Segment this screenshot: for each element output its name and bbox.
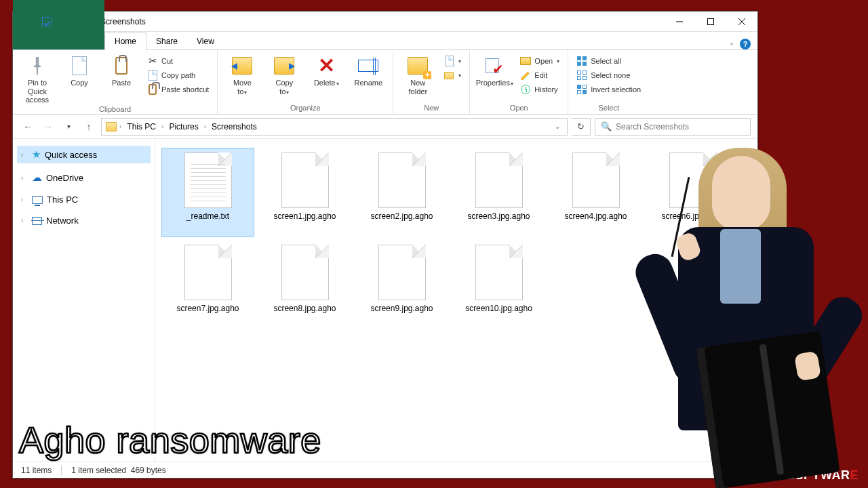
file-grid[interactable]: _readme.txtscreen1.jpg.aghoscreen2.jpg.a… bbox=[155, 139, 757, 462]
window-title: Screenshots bbox=[100, 17, 146, 26]
tab-share[interactable]: Share bbox=[146, 33, 187, 49]
minimize-button[interactable] bbox=[664, 12, 695, 32]
file-item[interactable]: screen4.jpg.agho bbox=[550, 148, 642, 237]
edit-icon bbox=[520, 70, 531, 81]
file-item[interactable]: screen6.jpg.agho bbox=[647, 148, 738, 237]
breadcrumb-screenshots[interactable]: Screenshots bbox=[209, 121, 260, 133]
back-button[interactable]: ← bbox=[20, 119, 36, 135]
search-input[interactable]: 🔍 Search Screenshots bbox=[595, 118, 751, 136]
open-button[interactable]: Open▾ bbox=[517, 54, 562, 68]
watermark: 2SPYWARE bbox=[788, 468, 859, 483]
group-clipboard: Pin to Quick access Copy Paste ✂Cut Copy… bbox=[13, 50, 218, 114]
file-thumb-icon bbox=[669, 152, 717, 208]
address-row: ← → ▾ ↑ › This PC › Pictures › Screensho… bbox=[13, 115, 757, 139]
file-item[interactable]: screen3.jpg.agho bbox=[453, 148, 545, 237]
file-thumb-icon bbox=[184, 245, 232, 300]
folder-icon bbox=[106, 122, 117, 131]
copy-to-button[interactable]: Copy to▾ bbox=[265, 53, 303, 96]
copy-button[interactable]: Copy bbox=[60, 53, 98, 87]
address-dropdown[interactable]: ⌄ bbox=[552, 123, 563, 130]
file-item[interactable]: screen7.jpg.agho bbox=[162, 241, 254, 329]
history-button[interactable]: History bbox=[517, 83, 562, 96]
breadcrumb-pictures[interactable]: Pictures bbox=[166, 121, 201, 133]
clipboard-icon bbox=[115, 57, 127, 75]
file-name: screen1.jpg.agho bbox=[273, 211, 336, 221]
file-name: screen9.jpg.agho bbox=[370, 304, 433, 313]
cloud-icon: ☁ bbox=[32, 171, 42, 184]
ribbon-tabs: File Home Share View ⌃ ? bbox=[13, 32, 757, 49]
delete-button[interactable]: ✕ Delete▾ bbox=[307, 53, 345, 87]
qat-checkbox-icon[interactable] bbox=[42, 17, 52, 26]
group-organize: Move to▾ Copy to▾ ✕ Delete▾ Rename Organ… bbox=[218, 50, 393, 114]
tab-view[interactable]: View bbox=[187, 33, 224, 49]
address-bar[interactable]: › This PC › Pictures › Screenshots ⌄ bbox=[101, 118, 568, 136]
help-icon[interactable]: ? bbox=[740, 39, 751, 49]
group-new: ✦ New folder ▾ ▾ New bbox=[393, 50, 470, 114]
status-selection: 1 item selected 469 bytes bbox=[71, 466, 165, 475]
file-thumb-icon bbox=[475, 245, 523, 300]
paste-button[interactable]: Paste bbox=[102, 53, 140, 87]
explorer-window: = Screenshots File Home Share View ⌃ ? P… bbox=[12, 11, 758, 479]
delete-icon: ✕ bbox=[318, 56, 335, 76]
pin-to-quick-access-button[interactable]: Pin to Quick access bbox=[18, 53, 56, 104]
forward-button[interactable]: → bbox=[40, 119, 56, 135]
edit-button[interactable]: Edit bbox=[517, 68, 562, 82]
recent-locations-button[interactable]: ▾ bbox=[60, 119, 77, 135]
file-item[interactable]: screen2.jpg.agho bbox=[356, 148, 448, 237]
file-item[interactable]: screen9.jpg.agho bbox=[356, 241, 448, 329]
file-item[interactable]: screen10.jpg.agho bbox=[453, 241, 545, 329]
scissors-icon: ✂ bbox=[147, 56, 158, 66]
history-icon bbox=[520, 84, 531, 95]
move-to-icon bbox=[232, 57, 252, 75]
select-none-button[interactable]: Select none bbox=[574, 68, 644, 82]
file-thumb-icon bbox=[475, 152, 523, 208]
nav-quick-access[interactable]: ›★Quick access bbox=[17, 146, 151, 163]
close-button[interactable] bbox=[726, 12, 757, 32]
nav-onedrive[interactable]: ›☁OneDrive bbox=[17, 169, 151, 186]
collapse-ribbon-button[interactable]: ⌃ bbox=[729, 42, 734, 49]
easy-access-icon bbox=[443, 70, 454, 81]
ribbon: Pin to Quick access Copy Paste ✂Cut Copy… bbox=[13, 49, 757, 115]
network-icon bbox=[32, 217, 42, 225]
breadcrumb-this-pc[interactable]: This PC bbox=[124, 121, 159, 133]
maximize-button[interactable] bbox=[695, 12, 726, 32]
file-name: screen4.jpg.agho bbox=[564, 211, 627, 221]
group-open: ✔ Properties▾ Open▾ Edit History Open bbox=[470, 50, 568, 114]
copy-icon bbox=[72, 56, 87, 75]
invert-selection-button[interactable]: Invert selection bbox=[574, 83, 644, 96]
file-item[interactable]: _readme.txt bbox=[162, 148, 254, 237]
file-thumb-icon bbox=[281, 245, 329, 300]
file-name: screen6.jpg.agho bbox=[661, 211, 724, 221]
up-button[interactable]: ↑ bbox=[81, 119, 97, 135]
copy-path-icon bbox=[147, 70, 158, 81]
file-thumb-icon bbox=[281, 152, 329, 208]
paste-shortcut-button[interactable]: Paste shortcut bbox=[144, 83, 212, 96]
file-item[interactable]: screen1.jpg.agho bbox=[259, 148, 351, 237]
search-icon: 🔍 bbox=[601, 121, 612, 131]
svg-rect-0 bbox=[708, 18, 714, 24]
tab-file[interactable]: File bbox=[13, 0, 104, 49]
new-folder-button[interactable]: ✦ New folder bbox=[399, 53, 437, 96]
copy-path-button[interactable]: Copy path bbox=[144, 68, 212, 82]
new-item-button[interactable]: ▾ bbox=[441, 54, 464, 68]
select-all-button[interactable]: Select all bbox=[574, 54, 644, 68]
file-name: screen8.jpg.agho bbox=[273, 304, 336, 313]
easy-access-button[interactable]: ▾ bbox=[441, 68, 464, 82]
file-name: screen10.jpg.agho bbox=[465, 304, 532, 313]
navigation-pane: ›★Quick access ›☁OneDrive ›This PC ›Netw… bbox=[13, 139, 155, 462]
tab-home[interactable]: Home bbox=[104, 33, 146, 50]
nav-this-pc[interactable]: ›This PC bbox=[17, 192, 151, 207]
star-icon: ★ bbox=[32, 148, 41, 161]
pin-icon bbox=[30, 57, 45, 75]
nav-network[interactable]: ›Network bbox=[17, 213, 151, 228]
file-thumb-icon bbox=[184, 152, 232, 208]
refresh-button[interactable]: ↻ bbox=[572, 118, 591, 136]
paste-shortcut-icon bbox=[147, 84, 158, 95]
file-thumb-icon bbox=[378, 245, 426, 300]
move-to-button[interactable]: Move to▾ bbox=[223, 53, 261, 96]
cut-button[interactable]: ✂Cut bbox=[144, 54, 212, 68]
properties-button[interactable]: ✔ Properties▾ bbox=[475, 53, 513, 87]
rename-button[interactable]: Rename bbox=[349, 53, 387, 87]
file-item[interactable]: screen8.jpg.agho bbox=[259, 241, 351, 329]
file-name: screen2.jpg.agho bbox=[370, 211, 433, 221]
